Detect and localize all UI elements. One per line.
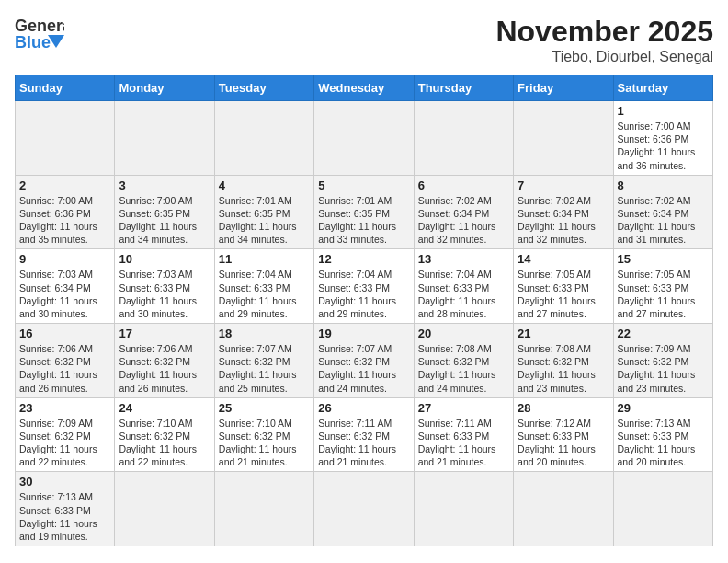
svg-text:General: General [15,17,64,35]
day-info: Sunrise: 7:13 AM Sunset: 6:33 PM Dayligh… [618,417,709,469]
day-number: 25 [219,401,310,415]
calendar-day-cell: 28Sunrise: 7:12 AM Sunset: 6:33 PM Dayli… [514,397,613,472]
day-number: 7 [518,178,609,192]
calendar-day-cell: 5Sunrise: 7:01 AM Sunset: 6:35 PM Daylig… [314,175,414,249]
calendar-day-cell [514,101,613,176]
day-number: 27 [418,401,509,415]
day-number: 3 [119,178,210,192]
day-number: 15 [618,252,709,266]
calendar-week-row: 16Sunrise: 7:06 AM Sunset: 6:32 PM Dayli… [16,324,713,398]
day-number: 1 [618,104,709,118]
day-info: Sunrise: 7:01 AM Sunset: 6:35 PM Dayligh… [219,194,310,247]
header-tuesday: Tuesday [214,75,313,101]
day-number: 23 [19,401,110,415]
day-number: 21 [518,327,609,340]
calendar-day-cell: 20Sunrise: 7:08 AM Sunset: 6:32 PM Dayli… [414,324,513,398]
day-number: 30 [19,475,110,488]
day-number: 13 [418,252,509,266]
day-info: Sunrise: 7:08 AM Sunset: 6:32 PM Dayligh… [418,342,509,395]
day-number: 20 [418,327,509,340]
day-number: 19 [318,327,409,340]
calendar-day-cell: 1Sunrise: 7:00 AM Sunset: 6:36 PM Daylig… [613,101,712,176]
calendar-day-cell: 29Sunrise: 7:13 AM Sunset: 6:33 PM Dayli… [613,397,712,472]
day-number: 17 [119,327,210,340]
day-info: Sunrise: 7:09 AM Sunset: 6:32 PM Dayligh… [19,417,110,469]
header-wednesday: Wednesday [314,75,414,101]
day-number: 24 [119,401,210,415]
logo-svg: General Blue [15,15,64,55]
day-number: 11 [219,252,310,266]
day-info: Sunrise: 7:01 AM Sunset: 6:35 PM Dayligh… [318,194,409,247]
day-number: 4 [219,178,310,192]
calendar-day-cell: 22Sunrise: 7:09 AM Sunset: 6:32 PM Dayli… [613,324,712,398]
day-info: Sunrise: 7:12 AM Sunset: 6:33 PM Dayligh… [518,417,609,469]
calendar-week-row: 30Sunrise: 7:13 AM Sunset: 6:33 PM Dayli… [16,472,713,546]
calendar-day-cell: 9Sunrise: 7:03 AM Sunset: 6:34 PM Daylig… [16,249,115,324]
day-info: Sunrise: 7:03 AM Sunset: 6:34 PM Dayligh… [19,268,110,320]
calendar-day-cell [414,101,513,176]
logo: General Blue [15,15,64,55]
calendar-day-cell: 6Sunrise: 7:02 AM Sunset: 6:34 PM Daylig… [414,175,513,249]
calendar-day-cell: 10Sunrise: 7:03 AM Sunset: 6:33 PM Dayli… [115,249,214,324]
calendar-title: November 2025 [495,15,713,49]
calendar-day-cell: 18Sunrise: 7:07 AM Sunset: 6:32 PM Dayli… [214,324,313,398]
calendar-day-cell: 30Sunrise: 7:13 AM Sunset: 6:33 PM Dayli… [16,472,115,546]
weekday-header-row: Sunday Monday Tuesday Wednesday Thursday… [16,75,713,101]
day-number: 6 [418,178,509,192]
day-info: Sunrise: 7:11 AM Sunset: 6:33 PM Dayligh… [418,417,509,469]
day-info: Sunrise: 7:00 AM Sunset: 6:36 PM Dayligh… [19,194,110,247]
day-number: 16 [19,327,110,340]
calendar-day-cell [115,472,214,546]
calendar-day-cell: 27Sunrise: 7:11 AM Sunset: 6:33 PM Dayli… [414,397,513,472]
day-number: 8 [618,178,709,192]
title-block: November 2025 Tiebo, Diourbel, Senegal [495,15,713,65]
day-number: 28 [518,401,609,415]
calendar-day-cell: 16Sunrise: 7:06 AM Sunset: 6:32 PM Dayli… [16,324,115,398]
header: General Blue November 2025 Tiebo, Diourb… [15,15,713,65]
day-info: Sunrise: 7:07 AM Sunset: 6:32 PM Dayligh… [318,342,409,395]
day-info: Sunrise: 7:08 AM Sunset: 6:32 PM Dayligh… [518,342,609,395]
day-number: 12 [318,252,409,266]
calendar-table: Sunday Monday Tuesday Wednesday Thursday… [15,75,713,546]
page: General Blue November 2025 Tiebo, Diourb… [0,0,728,556]
calendar-day-cell [514,472,613,546]
day-info: Sunrise: 7:10 AM Sunset: 6:32 PM Dayligh… [119,417,210,469]
calendar-day-cell: 24Sunrise: 7:10 AM Sunset: 6:32 PM Dayli… [115,397,214,472]
day-info: Sunrise: 7:02 AM Sunset: 6:34 PM Dayligh… [618,194,709,247]
day-info: Sunrise: 7:11 AM Sunset: 6:32 PM Dayligh… [318,417,409,469]
calendar-day-cell: 26Sunrise: 7:11 AM Sunset: 6:32 PM Dayli… [314,397,414,472]
day-number: 5 [318,178,409,192]
calendar-day-cell: 23Sunrise: 7:09 AM Sunset: 6:32 PM Dayli… [16,397,115,472]
day-number: 9 [19,252,110,266]
day-info: Sunrise: 7:05 AM Sunset: 6:33 PM Dayligh… [518,268,609,320]
calendar-week-row: 1Sunrise: 7:00 AM Sunset: 6:36 PM Daylig… [16,101,713,176]
calendar-day-cell [115,101,214,176]
calendar-day-cell [314,101,414,176]
day-info: Sunrise: 7:06 AM Sunset: 6:32 PM Dayligh… [19,342,110,395]
day-info: Sunrise: 7:07 AM Sunset: 6:32 PM Dayligh… [219,342,310,395]
calendar-day-cell: 8Sunrise: 7:02 AM Sunset: 6:34 PM Daylig… [613,175,712,249]
day-info: Sunrise: 7:13 AM Sunset: 6:33 PM Dayligh… [19,490,110,543]
calendar-week-row: 23Sunrise: 7:09 AM Sunset: 6:32 PM Dayli… [16,397,713,472]
day-info: Sunrise: 7:05 AM Sunset: 6:33 PM Dayligh… [618,268,709,320]
day-number: 29 [618,401,709,415]
day-info: Sunrise: 7:04 AM Sunset: 6:33 PM Dayligh… [318,268,409,320]
header-saturday: Saturday [613,75,712,101]
calendar-day-cell [16,101,115,176]
calendar-day-cell: 14Sunrise: 7:05 AM Sunset: 6:33 PM Dayli… [514,249,613,324]
calendar-day-cell [414,472,513,546]
day-number: 2 [19,178,110,192]
calendar-day-cell: 19Sunrise: 7:07 AM Sunset: 6:32 PM Dayli… [314,324,414,398]
calendar-day-cell: 7Sunrise: 7:02 AM Sunset: 6:34 PM Daylig… [514,175,613,249]
calendar-day-cell [613,472,712,546]
day-info: Sunrise: 7:00 AM Sunset: 6:35 PM Dayligh… [119,194,210,247]
calendar-day-cell: 13Sunrise: 7:04 AM Sunset: 6:33 PM Dayli… [414,249,513,324]
calendar-day-cell: 21Sunrise: 7:08 AM Sunset: 6:32 PM Dayli… [514,324,613,398]
day-info: Sunrise: 7:09 AM Sunset: 6:32 PM Dayligh… [618,342,709,395]
calendar-week-row: 9Sunrise: 7:03 AM Sunset: 6:34 PM Daylig… [16,249,713,324]
calendar-week-row: 2Sunrise: 7:00 AM Sunset: 6:36 PM Daylig… [16,175,713,249]
day-info: Sunrise: 7:02 AM Sunset: 6:34 PM Dayligh… [518,194,609,247]
day-number: 18 [219,327,310,340]
day-info: Sunrise: 7:02 AM Sunset: 6:34 PM Dayligh… [418,194,509,247]
header-thursday: Thursday [414,75,513,101]
